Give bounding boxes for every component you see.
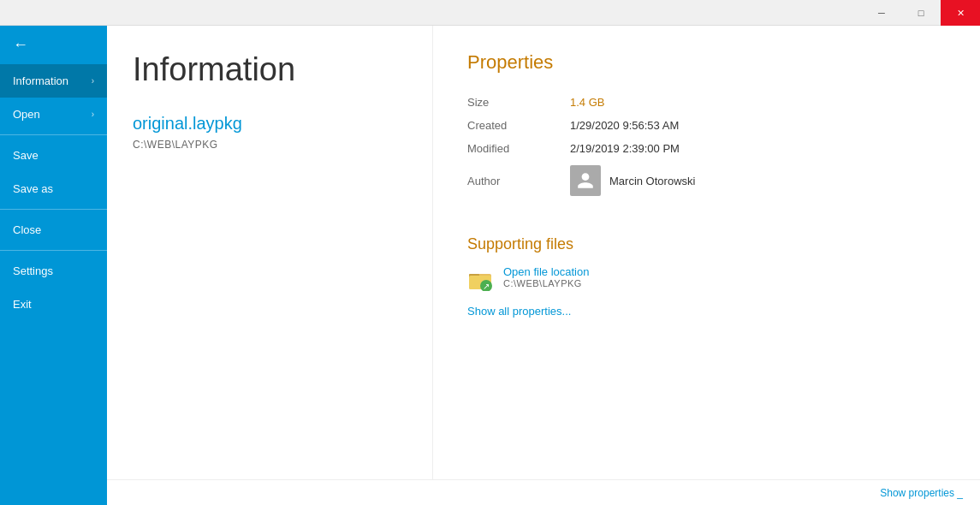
supporting-files-section: Supporting files ↗ bbox=[467, 235, 946, 318]
sidebar-item-save[interactable]: Save bbox=[0, 139, 107, 172]
size-value: 1.4 GB bbox=[570, 91, 946, 114]
bottom-bar: Show properties _ bbox=[107, 479, 980, 505]
close-button[interactable]: ✕ bbox=[941, 0, 980, 26]
modified-row: Modified 2/19/2019 2:39:00 PM bbox=[467, 137, 946, 160]
sidebar-item-save-as[interactable]: Save as bbox=[0, 172, 107, 205]
sidebar-item-close[interactable]: Close bbox=[0, 213, 107, 247]
sidebar-divider-2 bbox=[0, 209, 107, 210]
author-name: Marcin Otorowski bbox=[609, 175, 695, 187]
sidebar-item-label: Save bbox=[13, 149, 39, 162]
author-info: Marcin Otorowski bbox=[570, 165, 946, 196]
chevron-right-icon: › bbox=[92, 110, 94, 119]
created-row: Created 1/29/2020 9:56:53 AM bbox=[467, 114, 946, 137]
chevron-right-icon: › bbox=[92, 76, 94, 86]
open-file-location-link[interactable]: Open file location bbox=[503, 265, 589, 278]
sidebar-item-label: Exit bbox=[13, 298, 32, 311]
person-icon bbox=[576, 171, 595, 190]
open-file-text: Open file location C:\WEB\LAYPKG bbox=[503, 265, 589, 288]
folder-icon-wrap: ↗ bbox=[467, 267, 495, 294]
author-avatar bbox=[570, 165, 601, 196]
sidebar-item-open[interactable]: Open › bbox=[0, 98, 107, 131]
minimize-button[interactable]: ─ bbox=[862, 0, 901, 26]
right-panel: Properties Size 1.4 GB Created 1/29/2020… bbox=[432, 26, 980, 479]
maximize-button[interactable]: □ bbox=[901, 0, 941, 26]
properties-title: Properties bbox=[467, 51, 946, 74]
sidebar-divider-1 bbox=[0, 134, 107, 135]
sidebar-item-label: Open bbox=[13, 108, 40, 121]
sidebar-item-label: Information bbox=[13, 74, 68, 87]
sidebar-item-exit[interactable]: Exit bbox=[0, 288, 107, 321]
content-inner: Information original.laypkg C:\WEB\LAYPK… bbox=[107, 26, 980, 479]
window-controls: ─ □ ✕ bbox=[862, 0, 980, 25]
supporting-files-title: Supporting files bbox=[467, 235, 946, 253]
folder-icon: ↗ bbox=[469, 270, 493, 291]
sidebar: ← Information › Open › Save Save as Clos… bbox=[0, 26, 107, 505]
file-path: C:\WEB\LAYPKG bbox=[133, 139, 407, 151]
app-body: ← Information › Open › Save Save as Clos… bbox=[0, 26, 980, 505]
page-title: Information bbox=[133, 51, 407, 88]
created-value: 1/29/2020 9:56:53 AM bbox=[570, 114, 946, 137]
modified-label: Modified bbox=[467, 137, 570, 160]
back-arrow-icon: ← bbox=[13, 36, 28, 54]
back-button[interactable]: ← bbox=[0, 26, 107, 64]
size-row: Size 1.4 GB bbox=[467, 91, 946, 114]
created-label: Created bbox=[467, 114, 570, 137]
file-name[interactable]: original.laypkg bbox=[133, 114, 407, 134]
modified-value: 2/19/2019 2:39:00 PM bbox=[570, 137, 946, 160]
content-area: Information original.laypkg C:\WEB\LAYPK… bbox=[107, 26, 980, 505]
sidebar-item-label: Close bbox=[13, 223, 41, 236]
properties-table: Size 1.4 GB Created 1/29/2020 9:56:53 AM… bbox=[467, 91, 946, 201]
size-label: Size bbox=[467, 91, 570, 114]
open-file-path: C:\WEB\LAYPKG bbox=[503, 278, 589, 288]
sidebar-item-settings[interactable]: Settings bbox=[0, 254, 107, 288]
open-file-row: ↗ Open file location C:\WEB\LAYPKG bbox=[467, 265, 946, 294]
sidebar-item-information[interactable]: Information › bbox=[0, 64, 107, 98]
title-bar: ─ □ ✕ bbox=[0, 0, 980, 26]
author-value: Marcin Otorowski bbox=[570, 160, 946, 201]
sidebar-item-label: Save as bbox=[13, 182, 53, 195]
sidebar-item-label: Settings bbox=[13, 264, 53, 277]
author-row: Author Marcin Otorowski bbox=[467, 160, 946, 201]
left-panel: Information original.laypkg C:\WEB\LAYPK… bbox=[107, 26, 432, 479]
sidebar-divider-3 bbox=[0, 250, 107, 251]
show-properties-link[interactable]: Show properties _ bbox=[880, 487, 963, 499]
show-all-properties-link[interactable]: Show all properties... bbox=[467, 305, 571, 318]
svg-text:↗: ↗ bbox=[483, 282, 490, 291]
author-label: Author bbox=[467, 160, 570, 201]
